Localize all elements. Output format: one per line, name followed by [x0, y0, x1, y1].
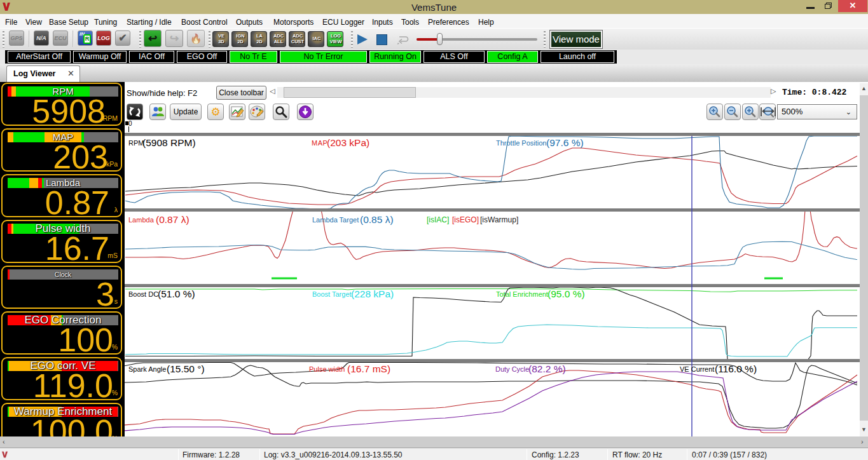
svg-text:Total Enrichment: Total Enrichment [496, 290, 548, 298]
svg-text:[isWarmup]: [isWarmup] [480, 215, 518, 224]
svg-text:Lambda Target: Lambda Target [312, 216, 359, 224]
svg-text:Boost Target: Boost Target [312, 290, 352, 298]
svg-text:(0.85 λ): (0.85 λ) [360, 214, 394, 225]
svg-text:Lambda: Lambda [128, 216, 155, 224]
svg-text:Pulse width: Pulse width [309, 365, 345, 373]
svg-text:(95.0 %): (95.0 %) [548, 288, 585, 299]
svg-text:(228 kPa): (228 kPa) [351, 288, 394, 299]
svg-text:RPM: RPM [128, 139, 144, 147]
svg-text:(97.6 %): (97.6 %) [546, 137, 584, 148]
svg-text:(15.50 °): (15.50 °) [167, 363, 205, 374]
svg-text:Duty Cycle: Duty Cycle [495, 365, 529, 373]
svg-text:(0.87 λ): (0.87 λ) [156, 214, 189, 225]
svg-text:[isIAC]: [isIAC] [427, 215, 449, 224]
svg-text:(203 kPa): (203 kPa) [327, 137, 369, 148]
svg-text:VE Current: VE Current [680, 365, 714, 373]
svg-text:Throttle Position: Throttle Position [496, 139, 546, 147]
svg-text:MAP: MAP [312, 139, 327, 147]
svg-text:(82.2 %): (82.2 %) [528, 363, 566, 374]
svg-text:(51.0 %): (51.0 %) [158, 288, 195, 299]
svg-text:[isEGO]: [isEGO] [452, 215, 479, 224]
svg-text:(5908 RPM): (5908 RPM) [142, 137, 196, 148]
svg-text:(116.0 %): (116.0 %) [715, 363, 757, 374]
svg-text:(16.7 mS): (16.7 mS) [347, 363, 390, 374]
svg-text:Boost DC: Boost DC [128, 290, 158, 298]
svg-text:Spark Angle: Spark Angle [128, 365, 166, 373]
